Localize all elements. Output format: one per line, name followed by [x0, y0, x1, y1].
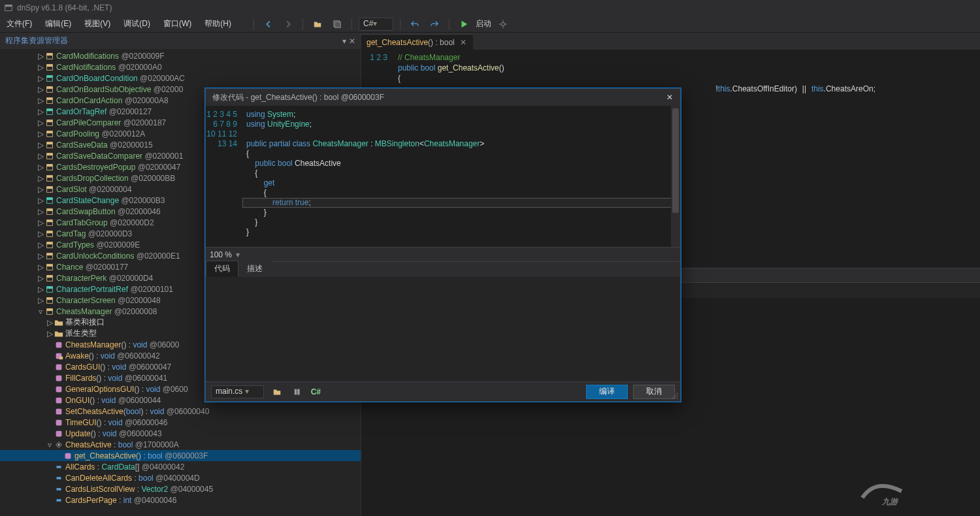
dialog-tab-code[interactable]: 代码	[206, 261, 238, 277]
scrollbar-thumb[interactable]	[672, 108, 679, 213]
menu-item[interactable]: 编辑(E)	[39, 16, 78, 32]
editor-tab[interactable]: get_CheatsActive() : bool ✕	[361, 34, 473, 50]
compile-button[interactable]: 编译	[586, 385, 628, 399]
cls-icon	[44, 51, 55, 61]
editor-tabs: get_CheatsActive() : bool ✕	[361, 33, 980, 50]
undo-icon[interactable]	[407, 16, 423, 32]
svg-point-63	[57, 443, 60, 446]
meth-icon	[54, 362, 64, 372]
svg-rect-68	[57, 499, 61, 502]
language-select[interactable]: C# ▾	[359, 18, 393, 31]
tree-label: CardSlot @02000004	[56, 185, 132, 194]
cls-icon	[44, 62, 55, 73]
dialog-code-body[interactable]: using System; using UnityEngine; public …	[242, 106, 680, 247]
svg-rect-62	[56, 430, 62, 436]
cls-icon	[44, 118, 55, 128]
cls-icon	[44, 240, 55, 250]
dialog-titlebar[interactable]: 修改代码 - get_CheatsActive() : bool @060000…	[206, 89, 680, 106]
tree-row[interactable]: CardsPerPage : int @04000046	[0, 494, 361, 506]
menu-item[interactable]: 调试(D)	[117, 16, 157, 32]
tree-label: CardsGUI() : void @06000047	[65, 363, 171, 372]
dialog-tabs: 代码 描述	[206, 261, 680, 277]
zoom-dropdown-icon[interactable]: ▾	[236, 250, 240, 259]
tree-label: CardNotifications @020000A0	[56, 63, 162, 72]
dialog-title-text: 修改代码 - get_CheatsActive() : bool @060000…	[212, 92, 384, 103]
svg-rect-55	[59, 356, 63, 359]
tree-row[interactable]: CardsListScrollView : Vector2 @04000045	[0, 483, 361, 494]
tree-row[interactable]: get_CheatsActive() : bool @0600003F	[0, 450, 361, 461]
tree-label: get_CheatsActive() : bool @0600003F	[74, 451, 208, 460]
meth-icon	[54, 340, 64, 350]
svg-rect-1	[5, 5, 12, 7]
cls-icon	[44, 173, 55, 184]
panel-title: 程序集资源管理器 ▾ ✕	[0, 33, 361, 49]
svg-rect-69	[294, 389, 297, 395]
svg-rect-32	[47, 197, 53, 200]
tree-label: CardStateChange @020000B3	[56, 196, 165, 205]
folder-icon	[54, 317, 64, 328]
tree-row[interactable]: CanDeleteAllCards : bool @0400004D	[0, 472, 361, 483]
tree-row[interactable]: AllCards : CardData[] @04000042	[0, 461, 361, 472]
edit-code-dialog: 修改代码 - get_CheatsActive() : bool @060000…	[205, 88, 681, 402]
menu-item[interactable]: 视图(V)	[78, 16, 117, 32]
columns-icon[interactable]	[290, 384, 306, 400]
resize-grip-icon[interactable]	[671, 392, 679, 400]
tree-row[interactable]: Update() : void @06000043	[0, 428, 361, 439]
svg-rect-67	[57, 488, 61, 491]
dialog-code-editor[interactable]: 1 2 3 4 5 6 7 8 9 10 11 12 13 14 using S…	[206, 106, 680, 247]
menu-item[interactable]: 文件(F)	[0, 16, 39, 32]
start-label[interactable]: 启动	[476, 18, 491, 29]
menu-item[interactable]: 窗口(W)	[157, 16, 198, 32]
tree-row[interactable]: ▿CheatsActive : bool @1700000A	[0, 439, 361, 450]
svg-rect-66	[57, 477, 61, 479]
tree-label: Update() : void @06000043	[65, 429, 162, 438]
dialog-close-icon[interactable]: ✕	[663, 91, 676, 104]
svg-rect-70	[297, 389, 300, 395]
open-file-icon[interactable]	[269, 384, 285, 400]
cancel-button[interactable]: 取消	[633, 385, 675, 399]
tree-row[interactable]: SetCheatsActive(bool) : void @06000040	[0, 406, 361, 417]
watermark: 九游	[849, 465, 980, 516]
cls-icon	[44, 262, 55, 272]
dialog-tab-description[interactable]: 描述	[238, 261, 271, 277]
tree-label: CardTabGroup @020000D2	[56, 218, 154, 227]
dialog-scrollbar[interactable]	[671, 106, 680, 247]
menubar: 文件(F)编辑(E)视图(V)调试(D)窗口(W)帮助(H) C# ▾ 启动	[0, 16, 980, 33]
tree-row[interactable]: ▷CardNotifications @020000A0	[0, 61, 361, 73]
panel-close-icon[interactable]: ✕	[349, 37, 355, 46]
prop-icon	[54, 440, 64, 450]
field-icon	[54, 462, 64, 472]
svg-text:九游: 九游	[881, 497, 899, 506]
panel-dropdown-icon[interactable]: ▾	[342, 37, 346, 46]
dialog-output-area	[206, 277, 680, 381]
tree-label: Awake() : void @06000042	[65, 351, 160, 361]
tree-label: CardModifications @0200009F	[56, 52, 165, 61]
tab-close-icon[interactable]: ✕	[459, 38, 468, 47]
redo-icon[interactable]	[427, 16, 442, 32]
app-icon	[4, 3, 13, 12]
tree-label: CardsPerPage : int @04000046	[65, 496, 176, 505]
save-all-icon[interactable]	[329, 16, 345, 32]
svg-rect-20	[47, 131, 53, 133]
meth-icon	[54, 428, 64, 439]
cls-icon	[44, 273, 55, 283]
svg-rect-38	[47, 231, 53, 233]
start-icon[interactable]	[456, 16, 472, 32]
struct-icon	[44, 284, 55, 295]
open-icon[interactable]	[310, 16, 325, 32]
tree-row[interactable]: TimeGUI() : void @06000046	[0, 417, 361, 428]
meth-icon	[54, 417, 64, 428]
tree-label: CardPileComparer @02000187	[56, 118, 166, 127]
dialog-zoom-label: 100 %	[210, 250, 232, 259]
tree-label: CardOnBoardSubObjective @02000	[56, 85, 183, 94]
nav-back-icon[interactable]	[261, 16, 276, 32]
menu-item[interactable]: 帮助(H)	[198, 16, 238, 32]
settings-icon[interactable]	[495, 16, 511, 32]
tree-row[interactable]: ▷CardOnBoardCondition @020000AC	[0, 73, 361, 84]
tree-label: CardUnlockConditions @020000E1	[56, 251, 180, 261]
tree-label: FillCards() : void @06000041	[65, 374, 167, 383]
file-select[interactable]: main.cs ▾	[211, 385, 264, 398]
cls-icon	[44, 84, 55, 95]
tree-row[interactable]: ▷CardModifications @0200009F	[0, 50, 361, 61]
nav-forward-icon[interactable]	[280, 16, 296, 32]
